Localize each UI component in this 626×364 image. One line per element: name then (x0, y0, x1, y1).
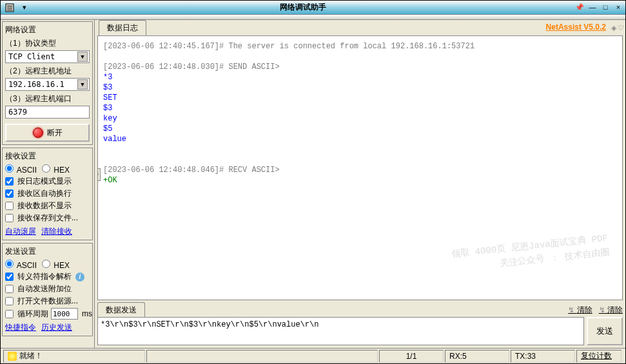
log-line: [2023-06-06 12:40:45.167]# The server is… (103, 41, 617, 52)
protocol-combo[interactable]: TCP Client▼ (5, 50, 90, 63)
diamond-icon[interactable]: ◈ (611, 24, 616, 32)
host-value: 192.168.16.1 (8, 80, 64, 89)
log-line: $3 (103, 103, 617, 113)
send-settings-title: 发送设置 (5, 246, 90, 257)
send-input[interactable] (97, 317, 584, 345)
loop-period-input[interactable] (51, 308, 78, 320)
maximize-button[interactable]: □ (600, 3, 611, 13)
history-link[interactable]: 历史发送 (41, 322, 72, 333)
app-menu-icon[interactable] (5, 3, 15, 13)
protocol-value: TCP Client (8, 52, 55, 61)
open-file-check[interactable] (5, 297, 14, 305)
recv-hex-radio[interactable]: HEX (42, 164, 70, 175)
recv-settings-title: 接收设置 (5, 151, 90, 162)
disconnect-label: 断开 (47, 128, 63, 139)
watermark: 领取 4000页 尼恩Java面试宝典 PDF 关注公众号 ： 技术自由圈 (451, 231, 611, 275)
log-line (103, 52, 617, 62)
recv-ascii-radio[interactable]: ASCII (5, 164, 37, 175)
auto-scroll-link[interactable]: 自动滚屏 (5, 226, 36, 237)
log-line: SET (103, 93, 617, 103)
log-line: key (103, 113, 617, 124)
send-ascii-radio[interactable]: ASCII (5, 260, 37, 270)
reset-counter-link[interactable]: 复位计数 (576, 350, 621, 363)
port-value: 6379 (8, 108, 27, 117)
log-line (103, 155, 617, 165)
network-settings-group: 网络设置 （1）协议类型 TCP Client▼ （2）远程主机地址 192.1… (2, 21, 93, 145)
clear-send-link-2[interactable]: 清除 (599, 305, 623, 316)
status-rx: RX:5 (445, 350, 509, 363)
shortcut-link[interactable]: 快捷指令 (5, 322, 36, 333)
tab-data-log[interactable]: 数据日志 (99, 20, 146, 35)
protocol-label: （1）协议类型 (5, 38, 90, 49)
log-mode-check[interactable] (5, 177, 14, 186)
log-line: [2023-06-06 12:40:48.030]# SEND ASCII> (103, 62, 617, 72)
log-line: +OK (103, 175, 617, 186)
chevron-down-icon[interactable]: ▼ (77, 52, 88, 62)
info-icon[interactable]: i (75, 273, 84, 282)
log-line: $3 (103, 82, 617, 93)
status-ready: 就绪！ (3, 350, 145, 363)
hide-recv-check[interactable] (5, 202, 14, 210)
disconnect-button[interactable]: 断开 (5, 124, 90, 142)
host-combo[interactable]: 192.168.16.1▼ (5, 78, 90, 91)
status-tx: TX:33 (511, 350, 575, 363)
status-counter: 1/1 (379, 350, 444, 363)
close-button[interactable]: × (612, 3, 624, 13)
loop-check[interactable] (5, 310, 14, 318)
chevron-down-icon[interactable]: ▼ (77, 79, 88, 90)
dropdown-icon[interactable]: ▾ (19, 3, 30, 13)
svg-rect-1 (7, 6, 12, 6)
log-textarea[interactable]: ‹ 领取 4000页 尼恩Java面试宝典 PDF 关注公众号 ： 技术自由圈 … (97, 35, 623, 300)
brand-link[interactable]: NetAssist V5.0.2 (546, 23, 606, 32)
port-input[interactable]: 6379 (5, 106, 90, 119)
expand-handle[interactable]: ‹ (97, 168, 101, 181)
send-button[interactable]: 发送 (587, 317, 623, 345)
auto-wrap-check[interactable] (5, 189, 14, 198)
log-line (103, 144, 617, 155)
log-line: *3 (103, 72, 617, 82)
log-line: value (103, 134, 617, 144)
auto-append-check[interactable] (5, 285, 14, 293)
pin-icon[interactable]: 📌 (574, 3, 585, 13)
window-title: 网络调试助手 (32, 2, 574, 13)
port-label: （3）远程主机端口 (5, 93, 90, 104)
escape-parse-check[interactable] (5, 273, 14, 281)
bell-icon[interactable]: ♡ (618, 24, 624, 32)
clear-recv-link[interactable]: 清除接收 (41, 226, 72, 237)
log-line: $5 (103, 124, 617, 134)
send-hex-radio[interactable]: HEX (42, 260, 70, 270)
network-settings-title: 网络设置 (5, 24, 90, 35)
clear-send-link[interactable]: 清除 (568, 305, 592, 316)
log-line: [2023-06-06 12:40:48.046]# RECV ASCII> (103, 165, 617, 175)
minimize-button[interactable]: — (587, 3, 598, 13)
tab-data-send[interactable]: 数据发送 (97, 302, 145, 318)
svg-rect-3 (7, 10, 12, 10)
record-icon (33, 128, 43, 138)
host-label: （2）远程主机地址 (5, 66, 90, 77)
save-file-check[interactable] (5, 214, 14, 222)
send-settings-group: 发送设置 ASCII HEX 转义符指令解析i 自动发送附加位 打开文件数据源.… (2, 243, 93, 336)
ready-icon (8, 352, 17, 361)
svg-rect-2 (7, 8, 12, 8)
recv-settings-group: 接收设置 ASCII HEX 按日志模式显示 接收区自动换行 接收数据不显示 接… (2, 148, 93, 240)
